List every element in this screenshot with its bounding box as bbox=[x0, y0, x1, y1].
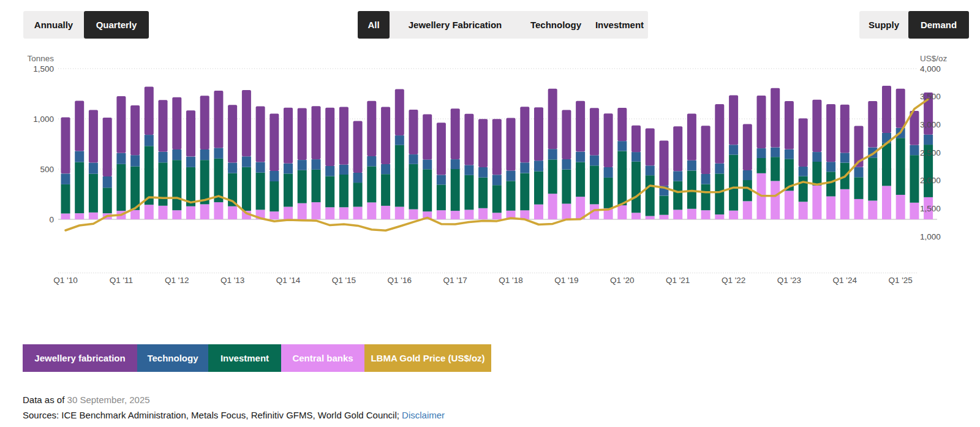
legend-investment[interactable]: Investment bbox=[208, 344, 281, 372]
svg-text:1,000: 1,000 bbox=[920, 232, 941, 241]
sources-text: Sources: ICE Benchmark Administration, M… bbox=[23, 410, 402, 420]
disclaimer-link[interactable]: Disclaimer bbox=[402, 410, 445, 420]
svg-text:Q1 '10: Q1 '10 bbox=[53, 276, 77, 285]
svg-text:0: 0 bbox=[49, 215, 54, 224]
legend-central-banks[interactable]: Central banks bbox=[281, 344, 364, 372]
chart-legend: Jewellery fabrication Technology Investm… bbox=[23, 344, 491, 372]
svg-text:3,000: 3,000 bbox=[920, 120, 941, 129]
svg-text:Q1 '12: Q1 '12 bbox=[165, 276, 189, 285]
svg-text:2,500: 2,500 bbox=[920, 148, 941, 157]
left-axis-title: Tonnes bbox=[27, 54, 54, 63]
svg-text:3,500: 3,500 bbox=[920, 92, 941, 101]
legend-jewellery-fabrication[interactable]: Jewellery fabrication bbox=[23, 344, 137, 372]
svg-text:Q1 '11: Q1 '11 bbox=[110, 276, 133, 285]
svg-text:Q1 '18: Q1 '18 bbox=[499, 276, 522, 285]
svg-text:2,000: 2,000 bbox=[920, 176, 941, 185]
data-as-of-date: 30 September, 2025 bbox=[67, 395, 150, 405]
svg-text:Q1 '22: Q1 '22 bbox=[722, 276, 745, 285]
gold-demand-stacked-bar-chart[interactable]: Tonnes05001,0001,500US$/oz1,0001,5002,00… bbox=[0, 0, 980, 331]
svg-text:Q1 '23: Q1 '23 bbox=[777, 276, 801, 285]
right-axis-title: US$/oz bbox=[920, 54, 948, 63]
legend-technology[interactable]: Technology bbox=[137, 344, 208, 372]
data-as-of-label: Data as of bbox=[23, 395, 67, 405]
svg-text:Q1 '24: Q1 '24 bbox=[833, 276, 858, 285]
svg-text:Q1 '13: Q1 '13 bbox=[221, 276, 244, 285]
svg-text:Q1 '19: Q1 '19 bbox=[554, 276, 578, 285]
svg-text:Q1 '20: Q1 '20 bbox=[610, 276, 634, 285]
bars-group bbox=[61, 86, 933, 219]
svg-text:Q1 '21: Q1 '21 bbox=[666, 276, 690, 285]
legend-lbma-gold-price[interactable]: LBMA Gold Price (US$/oz) bbox=[364, 344, 491, 372]
svg-text:4,000: 4,000 bbox=[920, 64, 941, 74]
sources-line: Sources: ICE Benchmark Administration, M… bbox=[23, 410, 445, 420]
svg-text:1,500: 1,500 bbox=[33, 64, 54, 74]
svg-text:1,000: 1,000 bbox=[33, 115, 54, 124]
svg-text:Q1 '15: Q1 '15 bbox=[332, 276, 356, 285]
svg-text:Q1 '16: Q1 '16 bbox=[388, 276, 412, 285]
svg-text:500: 500 bbox=[40, 165, 54, 174]
svg-text:Q1 '17: Q1 '17 bbox=[443, 276, 467, 285]
svg-text:Q1 '25: Q1 '25 bbox=[889, 276, 913, 285]
data-as-of-line: Data as of 30 September, 2025 bbox=[23, 395, 150, 405]
svg-text:Q1 '14: Q1 '14 bbox=[276, 276, 301, 285]
svg-text:1,500: 1,500 bbox=[920, 204, 941, 213]
